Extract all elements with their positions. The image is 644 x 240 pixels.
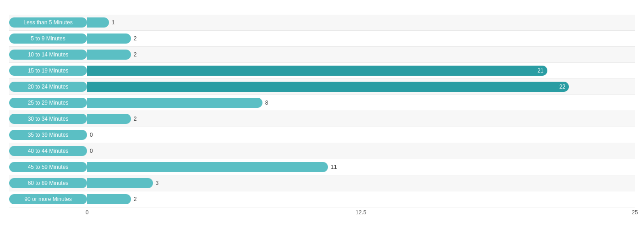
bar-fill: [87, 162, 328, 172]
bar-label: 20 to 24 Minutes: [9, 82, 87, 92]
x-tick-label: 25: [632, 209, 638, 216]
bar-value: 2: [134, 51, 137, 58]
bar-area: 11: [87, 159, 635, 175]
bar-label: 40 to 44 Minutes: [9, 146, 87, 156]
bar-area: 0: [87, 127, 635, 143]
bar-area: 0: [87, 143, 635, 159]
bar-label: 10 to 14 Minutes: [9, 50, 87, 60]
bar-value: 0: [90, 132, 93, 138]
bar-fill: [87, 98, 262, 108]
bar-value: 3: [156, 180, 159, 186]
bar-fill: [87, 178, 153, 188]
bar-row: Less than 5 Minutes1: [9, 15, 635, 31]
bar-fill: [87, 33, 131, 44]
bar-row: 90 or more Minutes2: [9, 191, 635, 207]
bar-row: 40 to 44 Minutes0: [9, 143, 635, 159]
bar-value: 2: [134, 196, 137, 202]
bar-value: 0: [90, 148, 93, 154]
bar-value: 22: [559, 84, 565, 90]
bar-row: 45 to 59 Minutes11: [9, 159, 635, 175]
bar-fill: [87, 194, 131, 204]
bar-fill: [87, 17, 109, 28]
bar-area: 2: [87, 47, 635, 62]
bar-label: 30 to 34 Minutes: [9, 114, 87, 124]
x-tick-label: 0: [86, 209, 89, 216]
bar-label: 60 to 89 Minutes: [9, 178, 87, 188]
bar-value: 11: [331, 164, 337, 170]
bar-label: 45 to 59 Minutes: [9, 162, 87, 172]
bar-row: 20 to 24 Minutes22: [9, 79, 635, 95]
bar-label: 5 to 9 Minutes: [9, 33, 87, 44]
bar-label: 90 or more Minutes: [9, 194, 87, 204]
bar-row: 25 to 29 Minutes8: [9, 95, 635, 111]
bar-fill: 22: [87, 82, 569, 92]
bar-area: 21: [87, 63, 635, 78]
bar-value: 1: [112, 19, 115, 26]
bar-row: 30 to 34 Minutes2: [9, 111, 635, 127]
bar-area: 8: [87, 95, 635, 111]
bar-value: 2: [134, 35, 137, 42]
bar-label: 15 to 19 Minutes: [9, 66, 87, 76]
bar-label: 35 to 39 Minutes: [9, 130, 87, 140]
bar-area: 2: [87, 111, 635, 127]
bar-fill: [87, 114, 131, 124]
bar-row: 5 to 9 Minutes2: [9, 31, 635, 47]
bar-area: 2: [87, 31, 635, 46]
bar-row: 35 to 39 Minutes0: [9, 127, 635, 143]
bar-row: 60 to 89 Minutes3: [9, 175, 635, 191]
bar-area: 3: [87, 175, 635, 191]
chart-body: Less than 5 Minutes15 to 9 Minutes210 to…: [9, 15, 635, 207]
bar-label: 25 to 29 Minutes: [9, 98, 87, 108]
bar-label: Less than 5 Minutes: [9, 17, 87, 28]
x-tick-label: 12.5: [355, 209, 366, 216]
bar-area: 1: [87, 15, 635, 30]
x-axis: 012.525: [87, 209, 635, 220]
bar-row: 10 to 14 Minutes2: [9, 47, 635, 63]
bar-fill: 21: [87, 66, 547, 76]
bar-value: 21: [537, 67, 543, 74]
bar-area: 2: [87, 191, 635, 207]
bar-fill: [87, 50, 131, 60]
chart-container: Less than 5 Minutes15 to 9 Minutes210 to…: [0, 0, 644, 240]
bar-area: 22: [87, 79, 635, 95]
bar-value: 8: [265, 100, 268, 106]
bar-row: 15 to 19 Minutes21: [9, 63, 635, 79]
bar-value: 2: [134, 116, 137, 122]
